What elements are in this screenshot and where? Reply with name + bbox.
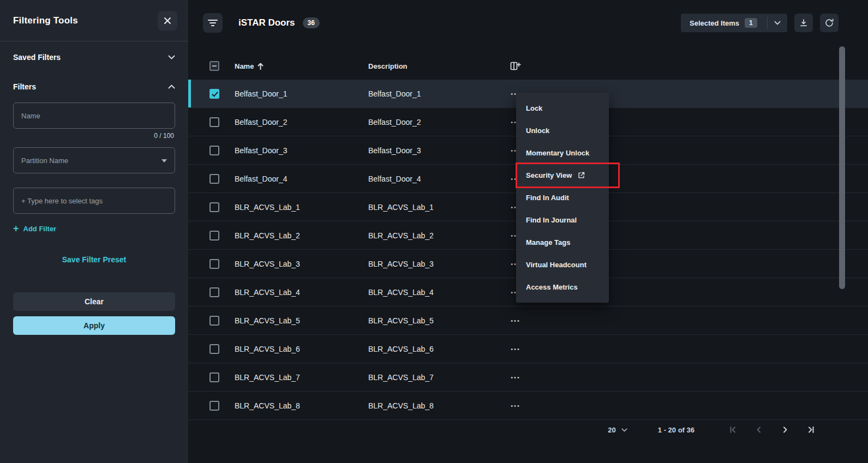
chevron-down-icon [621,428,627,432]
row-name: Belfast_Door_3 [235,146,368,155]
menu-item-label: Find In Journal [526,216,577,224]
previous-page-button[interactable] [751,422,767,437]
saved-filters-section-toggle[interactable]: Saved Filters [13,41,175,73]
refresh-button[interactable] [820,14,839,32]
menu-item-virtual-headcount[interactable]: Virtual Headcount [516,254,609,276]
selected-items-label: Selected Items [690,19,739,27]
row-checkbox[interactable] [209,401,219,411]
name-field-wrap [13,103,175,129]
row-checkbox[interactable] [209,117,219,127]
pagination-nav [714,422,819,437]
row-name: BLR_ACVS_Lab_5 [235,316,368,325]
page-size-value: 20 [608,426,615,434]
main-header: iSTAR Doors 36 Selected Items 1 [203,13,839,33]
menu-item-unlock[interactable]: Unlock [516,119,609,142]
menu-item-security-view[interactable]: Security View [516,164,609,187]
row-description: BLR_ACVS_Lab_6 [368,345,507,353]
row-name: BLR_ACVS_Lab_2 [235,231,368,240]
selected-items-dropdown[interactable]: Selected Items 1 [681,14,787,32]
menu-item-label: Find In Audit [526,194,569,202]
first-page-button[interactable] [725,422,740,437]
apply-button[interactable]: Apply [13,316,175,335]
chevron-down-icon [168,55,175,59]
row-actions-button[interactable]: ••• [507,346,524,352]
row-checkbox[interactable] [209,259,219,269]
clear-button[interactable]: Clear [13,292,175,311]
menu-item-label: Manage Tags [526,238,570,246]
name-column-label: Name [235,62,254,70]
table-row[interactable]: BLR_ACVS_Lab_8 BLR_ACVS_Lab_8 ••• [188,392,868,420]
row-description: BLR_ACVS_Lab_7 [368,373,507,382]
filters-section-toggle[interactable]: Filters [13,73,175,100]
row-checkbox[interactable] [209,287,219,297]
table-header-row: Name Description [188,52,868,80]
menu-item-find-in-journal[interactable]: Find In Journal [516,209,609,231]
partition-name-dropdown[interactable]: Partition Name [13,147,175,173]
dropdown-arrow-icon [161,159,167,165]
table-row[interactable]: BLR_ACVS_Lab_7 BLR_ACVS_Lab_7 ••• [188,363,868,392]
add-column-button[interactable] [507,61,524,71]
row-actions-button[interactable]: ••• [507,374,524,381]
plus-icon: + [13,224,19,233]
refresh-icon [824,18,834,28]
filter-toggle-button[interactable] [203,13,223,33]
row-checkbox[interactable] [209,316,219,326]
external-link-icon [577,171,585,179]
menu-item-lock[interactable]: Lock [516,97,609,119]
panel-title: Filtering Tools [13,15,78,26]
previous-page-icon [755,425,763,434]
table-row[interactable]: BLR_ACVS_Lab_6 BLR_ACVS_Lab_6 ••• [188,335,868,363]
saved-filters-label: Saved Filters [13,53,61,62]
row-description: Belfast_Door_2 [368,118,507,127]
tags-input[interactable] [21,197,167,205]
chevron-down-icon [774,21,781,25]
name-char-counter: 0 / 100 [14,132,174,140]
row-actions-button[interactable]: ••• [507,402,524,409]
row-checkbox[interactable] [209,202,219,212]
row-name: BLR_ACVS_Lab_6 [235,345,368,353]
row-checkbox[interactable] [209,344,219,354]
next-page-button[interactable] [777,422,793,437]
close-button[interactable] [158,11,177,31]
filtering-tools-header: Filtering Tools [0,0,188,41]
row-checkbox[interactable] [209,146,219,155]
select-all-checkbox[interactable] [209,61,219,71]
add-filter-button[interactable]: + Add Filter [13,224,56,233]
download-button[interactable] [794,14,813,32]
page-size-dropdown[interactable]: 20 [608,426,627,434]
row-checkbox[interactable] [209,89,219,99]
save-filter-preset-button[interactable]: Save Filter Preset [0,255,188,264]
row-checkbox[interactable] [209,372,219,382]
name-input[interactable] [21,112,167,120]
menu-item-access-metrics[interactable]: Access Metrics [516,276,609,298]
last-page-icon [807,425,816,434]
selected-items-caret [768,21,787,25]
row-name: Belfast_Door_2 [235,118,368,127]
menu-item-manage-tags[interactable]: Manage Tags [516,231,609,254]
menu-item-label: Lock [526,104,542,112]
menu-item-momentary-unlock[interactable]: Momentary Unlock [516,142,609,164]
row-checkbox[interactable] [209,231,219,240]
close-icon [164,17,171,25]
column-header-name[interactable]: Name [235,62,368,70]
row-name: BLR_ACVS_Lab_7 [235,373,368,382]
app-root: Filtering Tools Saved Filters Filters 0 … [0,0,868,463]
count-badge: 36 [303,17,320,28]
row-description: Belfast_Door_4 [368,175,507,183]
row-description: BLR_ACVS_Lab_3 [368,260,507,268]
row-checkbox[interactable] [209,174,219,184]
sort-asc-icon[interactable] [258,63,264,70]
filters-label: Filters [13,82,36,91]
column-header-description[interactable]: Description [368,62,507,70]
add-filter-label: Add Filter [23,225,57,233]
table-row[interactable]: BLR_ACVS_Lab_5 BLR_ACVS_Lab_5 ••• [188,306,868,335]
last-page-button[interactable] [804,422,819,437]
row-actions-button[interactable]: ••• [507,317,524,324]
row-name: BLR_ACVS_Lab_8 [235,401,368,410]
menu-item-find-in-audit[interactable]: Find In Audit [516,187,609,209]
row-name: BLR_ACVS_Lab_3 [235,260,368,268]
menu-item-label: Security View [526,171,572,179]
menu-item-label: Access Metrics [526,283,578,291]
page-title: iSTAR Doors [238,17,295,28]
vertical-scrollbar-thumb[interactable] [839,46,845,289]
